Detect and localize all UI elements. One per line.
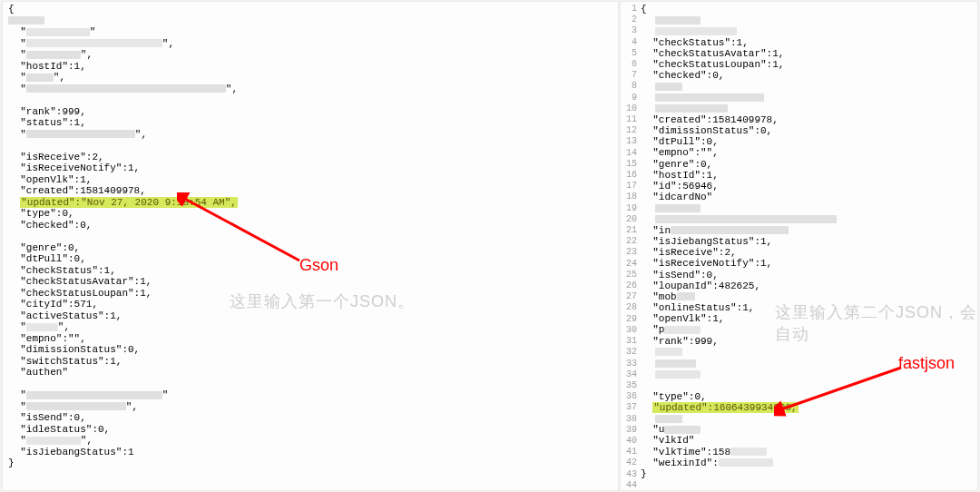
code-line: "dimissionStatus":0, xyxy=(8,344,238,356)
code-line: "switchStatus":1, xyxy=(8,356,238,368)
code-line xyxy=(641,25,837,36)
left-placeholder: 这里输入第一个JSON。 xyxy=(230,290,415,312)
blurred-value xyxy=(26,84,226,93)
code-line: "hostId":1, xyxy=(641,170,837,181)
code-line: "checked":0, xyxy=(8,220,238,231)
code-line: "checkStatus":1, xyxy=(641,37,837,48)
diff-wrapper: 这里输入第一个JSON。 { "" "", "", "hostId":1, ""… xyxy=(0,0,980,492)
code-line: "idleStatus":0, xyxy=(8,424,238,436)
blurred-value xyxy=(655,348,682,356)
code-line: "id":56946, xyxy=(641,181,837,192)
blurred-value xyxy=(26,74,54,82)
code-line xyxy=(641,479,837,490)
blurred-value xyxy=(655,359,696,368)
code-line: "authen" xyxy=(8,367,238,379)
code-line: "updated":1606439934000, xyxy=(641,402,837,413)
code-line xyxy=(641,81,837,92)
code-line: } xyxy=(8,458,238,469)
code-line: "openVlk":1, xyxy=(641,313,837,324)
right-json-pane[interactable]: 这里输入第二个JSON，会自动 1 2 3 4 5 6 7 8 9 10 11 … xyxy=(620,1,978,491)
blurred-value xyxy=(26,28,90,36)
blurred-value xyxy=(655,415,682,423)
code-line: "updated":"Nov 27, 2020 9:18:54 AM", xyxy=(8,197,238,209)
code-line xyxy=(641,358,837,369)
code-line xyxy=(641,369,837,379)
blurred-value xyxy=(664,426,701,434)
code-line xyxy=(8,140,238,152)
code-line: "created":1581409978, xyxy=(8,185,238,197)
code-line: "", xyxy=(8,38,238,50)
right-code: { "checkStatus":1, "checkStatusAvatar":1… xyxy=(641,4,837,490)
code-line: "checkStatusLoupan":1, xyxy=(641,59,837,70)
code-line xyxy=(641,413,837,424)
highlighted-updated-field: "updated":1606439934000, xyxy=(652,402,798,413)
code-line xyxy=(641,379,837,390)
code-line: "", xyxy=(8,401,238,413)
blurred-value xyxy=(730,448,767,456)
blurred-value xyxy=(655,93,764,102)
code-line: "type":0, xyxy=(8,208,238,220)
blurred-value xyxy=(655,104,728,113)
code-line: "onlineStatus":1, xyxy=(641,302,837,313)
left-json-pane[interactable]: 这里输入第一个JSON。 { "" "", "", "hostId":1, ""… xyxy=(2,1,619,491)
blurred-value xyxy=(655,204,701,212)
blurred-value xyxy=(655,215,837,223)
code-line xyxy=(641,15,837,25)
code-line: "rank":999, xyxy=(8,106,238,118)
code-line xyxy=(8,15,238,27)
code-line xyxy=(641,93,837,103)
code-line: "genre":0, xyxy=(8,242,238,254)
code-line: "loupanId":482625, xyxy=(641,280,837,291)
code-line: "idcardNo" xyxy=(641,192,837,202)
code-line: "mob xyxy=(641,291,837,302)
blurred-value xyxy=(655,16,701,25)
code-line: "cityId":571, xyxy=(8,299,238,310)
code-line: "checked":0, xyxy=(641,70,837,81)
code-line: "rank":999, xyxy=(641,336,837,347)
blurred-value xyxy=(26,39,162,47)
code-line: } xyxy=(641,468,837,479)
code-line xyxy=(8,94,238,106)
code-line xyxy=(641,347,837,358)
blurred-value xyxy=(664,326,701,334)
code-line: "hostId":1, xyxy=(8,61,238,73)
code-line: "created":1581409978, xyxy=(641,114,837,125)
code-line: "vlkTime":158 xyxy=(641,447,837,458)
gson-label: Gson xyxy=(299,256,338,275)
code-line: "", xyxy=(8,435,238,447)
fastjson-label: fastjson xyxy=(898,354,955,373)
code-line: { xyxy=(641,4,837,15)
code-line: "", xyxy=(8,49,238,61)
blurred-value xyxy=(26,130,135,138)
code-line: "isReceive":2, xyxy=(641,247,837,258)
blurred-value xyxy=(677,292,695,300)
blurred-value xyxy=(8,16,44,25)
code-line: "", xyxy=(8,84,238,95)
code-line: "isJiebangStatus":1, xyxy=(641,236,837,247)
code-line: { xyxy=(8,4,238,15)
code-line: "" xyxy=(8,389,238,401)
blurred-value xyxy=(26,51,81,59)
code-line: "dtPull":0, xyxy=(641,136,837,147)
code-line: "p xyxy=(641,324,837,335)
code-line: "isJiebangStatus":1 xyxy=(8,447,238,458)
highlighted-updated-field: "updated":"Nov 27, 2020 9:18:54 AM", xyxy=(20,197,238,209)
code-line: "weixinId": xyxy=(641,458,837,468)
code-line: "", xyxy=(8,129,238,141)
code-line: "", xyxy=(8,321,238,333)
code-line: "dimissionStatus":0, xyxy=(641,125,837,136)
code-line xyxy=(8,231,238,242)
blurred-value xyxy=(26,437,81,445)
blurred-value xyxy=(26,323,58,331)
code-line: "openVlk":1, xyxy=(8,174,238,186)
code-line: "status":1, xyxy=(8,117,238,129)
code-line: "vlkId" xyxy=(641,435,837,446)
code-line: "", xyxy=(8,72,238,84)
right-line-gutter: 1 2 3 4 5 6 7 8 9 10 11 12 13 14 15 16 1… xyxy=(621,4,637,491)
blurred-value xyxy=(655,83,682,91)
code-line: "checkStatusAvatar":1, xyxy=(8,276,238,288)
code-line: "in xyxy=(641,225,837,236)
blurred-value xyxy=(719,458,773,467)
code-line: "type":0, xyxy=(641,391,837,402)
code-line: "u xyxy=(641,424,837,435)
